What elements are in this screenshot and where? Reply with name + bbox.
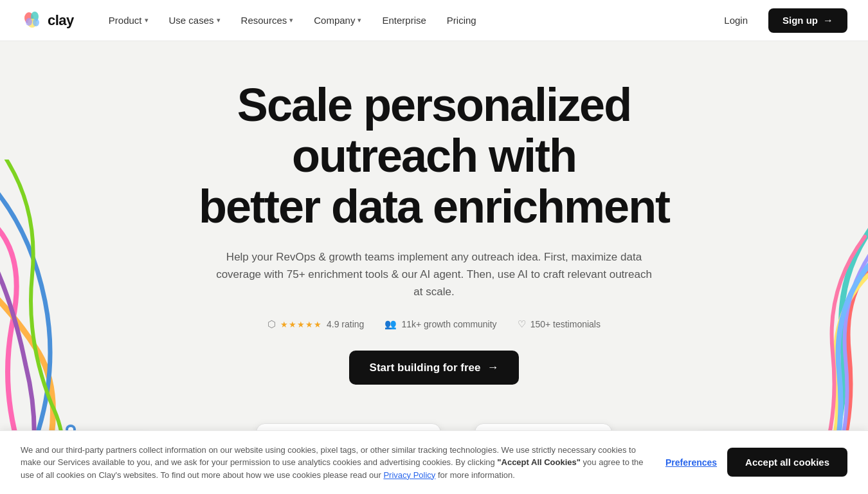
navbar: clay Product ▾ Use cases ▾ Resources ▾ C…: [0, 0, 868, 41]
logo-text: clay: [48, 12, 74, 29]
accept-cookies-button[interactable]: Accept all cookies: [727, 448, 847, 477]
hero-title: Scale personalized outreach with better …: [145, 80, 723, 233]
cta-button[interactable]: Start building for free →: [349, 351, 520, 385]
nav-resources[interactable]: Resources ▾: [232, 10, 303, 31]
hero-stats: ⬡ ★★★★★ 4.9 rating 👥 11k+ growth communi…: [13, 318, 855, 330]
rating-stat: ⬡ ★★★★★ 4.9 rating: [267, 318, 364, 330]
preferences-button[interactable]: Preferences: [665, 452, 717, 473]
testimonials-text: 150+ testimonials: [530, 319, 601, 329]
people-icon: 👥: [384, 318, 397, 330]
nav-actions: Login Sign up →: [714, 8, 847, 33]
chevron-down-icon: ▾: [145, 16, 149, 24]
rating-text: 4.9 rating: [327, 319, 364, 329]
community-text: 11k+ growth community: [401, 319, 496, 329]
arrow-right-icon: →: [487, 361, 498, 374]
signup-button[interactable]: Sign up →: [768, 8, 847, 33]
g2-icon: ⬡: [267, 318, 276, 330]
chevron-down-icon: ▾: [357, 16, 361, 24]
nav-pricing[interactable]: Pricing: [438, 10, 485, 31]
chevron-down-icon: ▾: [217, 16, 221, 24]
cookie-actions: Preferences Accept all cookies: [665, 448, 847, 477]
arrow-right-icon: →: [823, 15, 833, 26]
cookie-text: We and our third-party partners collect …: [21, 444, 650, 482]
star-icons: ★★★★★: [280, 320, 322, 329]
hero-subtitle: Help your RevOps & growth teams implemen…: [215, 248, 653, 301]
nav-enterprise[interactable]: Enterprise: [373, 10, 435, 31]
testimonials-stat: ♡ 150+ testimonials: [518, 318, 601, 330]
nav-company[interactable]: Company ▾: [305, 10, 370, 31]
nav-use-cases[interactable]: Use cases ▾: [160, 10, 230, 31]
privacy-policy-link[interactable]: Privacy Policy: [383, 470, 435, 480]
hero-section: Scale personalized outreach with better …: [0, 41, 868, 481]
cookie-banner: We and our third-party partners collect …: [0, 430, 868, 495]
heart-icon: ♡: [518, 318, 526, 330]
nav-links: Product ▾ Use cases ▾ Resources ▾ Compan…: [100, 10, 714, 31]
svg-point-4: [26, 18, 32, 26]
community-stat: 👥 11k+ growth community: [384, 318, 496, 330]
chevron-down-icon: ▾: [289, 16, 293, 24]
nav-product[interactable]: Product ▾: [100, 10, 158, 31]
svg-point-5: [33, 19, 39, 26]
login-button[interactable]: Login: [714, 10, 758, 31]
logo[interactable]: clay: [21, 9, 74, 32]
